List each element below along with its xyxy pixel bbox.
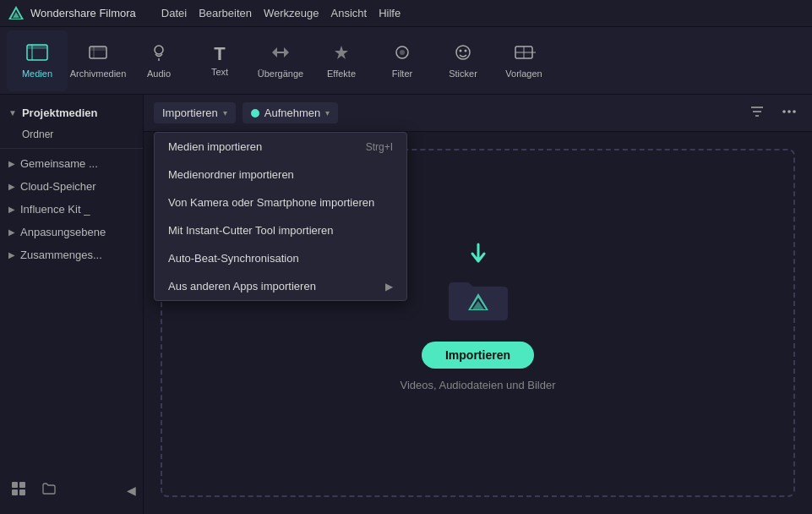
andere-apps-label: Aus anderen Apps importieren <box>168 280 316 293</box>
vorlagen-icon <box>512 43 536 65</box>
tool-archivmedien[interactable]: Archivmedien <box>68 30 128 91</box>
cloud-label: Cloud-Speicher <box>20 180 96 193</box>
zusammen-label: Zusammenges... <box>20 249 102 261</box>
tool-sticker[interactable]: Sticker <box>433 30 493 91</box>
add-media-button[interactable] <box>7 480 30 500</box>
menu-hilfe[interactable]: Hilfe <box>373 5 406 21</box>
menu-bearbeiten[interactable]: Bearbeiten <box>193 5 257 21</box>
medien-importieren-shortcut: Strg+I <box>366 141 393 153</box>
folder-icon <box>444 270 512 328</box>
tool-uebergaenge[interactable]: Übergänge <box>250 30 311 91</box>
content-toolbar: Importieren ▾ Aufnehmen ▾ Medien importi… <box>144 95 812 132</box>
record-button[interactable]: Aufnehmen ▾ <box>243 102 339 123</box>
svg-rect-23 <box>12 489 18 495</box>
dropdown-item-medienordner[interactable]: Medienordner importieren <box>155 161 406 189</box>
effekte-icon <box>330 43 353 65</box>
audio-label: Audio <box>147 68 171 79</box>
svg-rect-7 <box>90 46 106 51</box>
filter-sort-button[interactable] <box>744 101 770 126</box>
sidebar: ▼ Projektmedien Ordner ▶ Gemeinsame ... … <box>0 95 144 514</box>
uebergaenge-label: Übergänge <box>258 68 303 79</box>
menu-ansicht[interactable]: Ansicht <box>326 5 373 21</box>
uebergaenge-icon <box>269 43 292 65</box>
sidebar-ordner[interactable]: Ordner <box>0 124 143 145</box>
andere-apps-submenu-arrow: ▶ <box>385 281 393 293</box>
gemeinsame-arrow: ▶ <box>8 159 15 168</box>
dropdown-item-auto-beat[interactable]: Auto-Beat-Synchronisation <box>155 244 406 272</box>
filmora-logo-icon <box>7 4 25 23</box>
vorlagen-label: Vorlagen <box>505 68 542 79</box>
text-icon: T <box>214 45 225 63</box>
main-area: ▼ Projektmedien Ordner ▶ Gemeinsame ... … <box>0 95 812 514</box>
svg-point-28 <box>782 110 786 113</box>
effekte-label: Effekte <box>327 68 356 79</box>
audio-icon <box>147 43 171 65</box>
sidebar-item-anpassung[interactable]: ▶ Anpasungsebene <box>0 221 143 243</box>
content-area: Importieren ▾ Aufnehmen ▾ Medien importi… <box>144 95 812 514</box>
more-options-button[interactable] <box>777 101 802 126</box>
anpassung-label: Anpasungsebene <box>20 226 106 238</box>
record-dot-icon <box>251 109 259 118</box>
zusammen-arrow: ▶ <box>8 250 15 260</box>
sidebar-projektmedien[interactable]: ▼ Projektmedien <box>0 101 143 124</box>
medien-label: Medien <box>22 68 52 79</box>
svg-rect-24 <box>19 489 25 495</box>
auto-beat-label: Auto-Beat-Synchronisation <box>168 252 299 265</box>
svg-point-30 <box>793 110 796 113</box>
menu-datei[interactable]: Datei <box>156 5 192 21</box>
import-label: Importieren <box>162 107 218 119</box>
app-logo: Wondershare Filmora <box>7 4 136 23</box>
kamera-label: Von Kamera oder Smartphone importieren <box>168 196 374 209</box>
import-dropdown-arrow: ▾ <box>223 108 227 118</box>
tool-vorlagen[interactable]: Vorlagen <box>493 30 554 91</box>
app-name: Wondershare Filmora <box>30 7 136 19</box>
archivmedien-icon <box>86 43 110 65</box>
sidebar-item-influence[interactable]: ▶ Influence Kit _ <box>0 198 143 221</box>
menu-werkzeuge[interactable]: Werkzeuge <box>259 5 324 21</box>
tool-filter[interactable]: Filter <box>372 30 433 91</box>
instant-cutter-label: Mit Instant-Cutter Tool importieren <box>168 224 334 237</box>
sidebar-bottom: ◀ <box>0 473 143 507</box>
drop-zone-hint: Videos, Audiodateien und Bilder <box>400 379 555 391</box>
download-arrow-icon <box>466 243 491 271</box>
dropdown-item-instant-cutter[interactable]: Mit Instant-Cutter Tool importieren <box>155 216 406 244</box>
sidebar-item-gemeinsame[interactable]: ▶ Gemeinsame ... <box>0 152 143 175</box>
svg-point-9 <box>155 46 163 54</box>
new-folder-button[interactable] <box>37 480 61 500</box>
medien-importieren-label: Medien importieren <box>168 140 262 153</box>
medien-icon <box>25 43 49 65</box>
anpassung-arrow: ▶ <box>8 227 15 237</box>
sidebar-collapse-button[interactable]: ◀ <box>127 484 136 497</box>
record-dropdown-arrow: ▾ <box>325 108 330 118</box>
projektmedien-arrow: ▼ <box>8 108 17 118</box>
sticker-icon <box>451 43 475 65</box>
dropdown-item-kamera[interactable]: Von Kamera oder Smartphone importieren <box>155 189 406 216</box>
svg-point-17 <box>465 49 467 52</box>
svg-rect-22 <box>19 482 25 488</box>
sidebar-item-zusammen[interactable]: ▶ Zusammenges... <box>0 243 143 266</box>
menu-bar: Datei Bearbeiten Werkzeuge Ansicht Hilfe <box>156 5 406 21</box>
svg-point-14 <box>400 50 405 55</box>
text-label: Text <box>211 67 228 77</box>
drop-zone-icon <box>440 255 516 331</box>
import-button[interactable]: Importieren ▾ <box>154 102 236 123</box>
sidebar-item-cloud[interactable]: ▶ Cloud-Speicher <box>0 175 143 198</box>
dropdown-item-medien-importieren[interactable]: Medien importieren Strg+I <box>155 133 406 161</box>
tool-audio[interactable]: Audio <box>128 30 189 91</box>
svg-marker-12 <box>335 46 348 59</box>
tool-medien[interactable]: Medien <box>7 30 68 91</box>
filter-label: Filter <box>392 68 412 79</box>
tool-effekte[interactable]: Effekte <box>311 30 372 91</box>
svg-point-29 <box>787 110 791 113</box>
gemeinsame-label: Gemeinsame ... <box>20 157 98 170</box>
medienordner-label: Medienordner importieren <box>168 168 294 181</box>
import-dropdown-menu: Medien importieren Strg+I Medienordner i… <box>154 132 407 301</box>
cloud-arrow: ▶ <box>8 182 15 191</box>
tool-text[interactable]: T Text <box>189 30 250 91</box>
sidebar-divider <box>0 148 143 149</box>
toolbar: Medien Archivmedien Audio T Text Übergän… <box>0 27 812 95</box>
import-large-button[interactable]: Importieren <box>422 342 534 369</box>
dropdown-item-andere-apps[interactable]: Aus anderen Apps importieren ▶ <box>155 272 406 300</box>
svg-rect-4 <box>27 45 47 49</box>
influence-label: Influence Kit _ <box>20 203 90 216</box>
